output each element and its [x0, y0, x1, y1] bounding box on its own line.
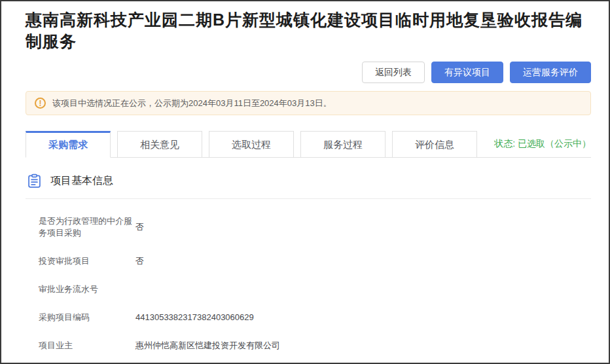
clipboard-icon: [27, 173, 42, 189]
field-value: 否: [135, 255, 144, 267]
tab-procurement-requirements[interactable]: 采购需求: [26, 131, 111, 158]
status-badge: 状态: 已选取（公示中）: [494, 138, 591, 150]
field-row-approval-serial-number: 审批业务流水号: [39, 283, 591, 295]
tab-selection-process[interactable]: 选取过程: [209, 131, 294, 157]
notice-text: 该项目中选情况正在公示，公示期为2024年03月11日至2024年03月13日。: [52, 98, 332, 109]
tab-bar: 采购需求 相关意见 选取过程 服务过程 评价信息 状态: 已选取（公示中）: [26, 131, 591, 158]
publicity-notice-bar: ! 该项目中选情况正在公示，公示期为2024年03月11日至2024年03月13…: [26, 91, 591, 115]
project-detail-page: 惠南高新科技产业园二期B片新型城镇化建设项目临时用地复垦验收报告编制服务 返回列…: [1, 9, 609, 352]
field-row-investment-approval: 投资审批项目 否: [39, 255, 591, 267]
section-header-basic-info: 项目基本信息: [26, 173, 591, 189]
objection-project-button[interactable]: 有异议项目: [431, 62, 503, 83]
tab-evaluation-info[interactable]: 评价信息: [392, 131, 477, 157]
field-label: 采购项目编码: [39, 312, 135, 323]
field-row-procurement-project-code: 采购项目编码 4413053382317382403060629: [39, 312, 591, 323]
basic-info-fields: 是否为行政管理的中介服务项目采购 否 投资审批项目 否 审批业务流水号 采购项目…: [26, 215, 591, 352]
tab-related-opinions[interactable]: 相关意见: [117, 131, 202, 157]
field-value: 否: [135, 221, 144, 233]
field-label: 是否为行政管理的中介服务项目采购: [39, 215, 135, 239]
service-evaluation-button[interactable]: 运营服务评价: [510, 62, 591, 83]
page-title: 惠南高新科技产业园二期B片新型城镇化建设项目临时用地复垦验收报告编制服务: [26, 9, 588, 52]
field-label: 投资审批项目: [39, 255, 135, 267]
section-title: 项目基本信息: [50, 174, 113, 188]
field-label: 项目业主: [39, 340, 135, 352]
action-bar: 返回列表 有异议项目 运营服务评价: [26, 62, 591, 83]
warning-icon: !: [35, 98, 46, 109]
tab-service-process[interactable]: 服务过程: [300, 131, 386, 157]
field-label: 审批业务流水号: [39, 283, 135, 295]
field-value: 4413053382317382403060629: [135, 312, 254, 323]
field-row-project-owner: 项目业主 惠州仲恺高新区恺建投资开发有限公司: [39, 340, 591, 352]
field-value: 惠州仲恺高新区恺建投资开发有限公司: [135, 340, 280, 352]
section-divider: [26, 198, 591, 199]
back-to-list-button[interactable]: 返回列表: [362, 62, 425, 83]
field-row-intermediary-service: 是否为行政管理的中介服务项目采购 否: [39, 215, 591, 239]
